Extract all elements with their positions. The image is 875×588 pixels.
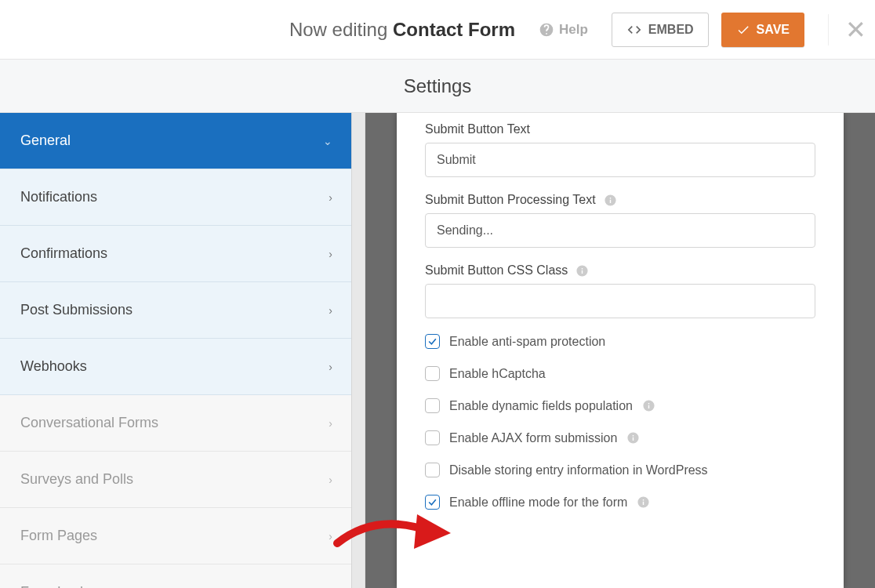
chevron-right-icon: ›: [329, 361, 332, 373]
chevron-right-icon: ›: [329, 304, 332, 317]
sidebar-item-label: Confirmations: [20, 245, 107, 262]
info-icon: [575, 264, 589, 278]
close-button[interactable]: ✕: [828, 14, 859, 45]
close-icon: ✕: [845, 15, 866, 45]
checkbox[interactable]: [425, 334, 440, 349]
editing-prefix: Now editing: [289, 19, 393, 40]
help-label: Help: [559, 22, 588, 38]
chevron-down-icon: ⌄: [323, 135, 332, 147]
page-title: Settings: [0, 60, 875, 113]
checkbox[interactable]: [425, 430, 440, 445]
info-icon: [626, 431, 640, 445]
checkbox-label: Enable anti-spam protection: [449, 335, 605, 349]
checkmark-icon: [736, 23, 750, 37]
field-submit-css-class: Submit Button CSS Class: [425, 263, 815, 318]
sidebar-item-notifications[interactable]: Notifications ›: [0, 169, 353, 226]
chevron-right-icon: ›: [329, 248, 332, 260]
save-label: SAVE: [757, 23, 790, 37]
checkbox-label: Disable storing entry information in Wor…: [449, 463, 708, 477]
sidebar-item-label: Conversational Forms: [20, 415, 158, 431]
embed-label: EMBED: [648, 23, 694, 37]
checkbox-label: Enable dynamic fields population: [449, 399, 633, 413]
field-submit-processing-text: Submit Button Processing Text: [425, 193, 815, 248]
chevron-right-icon: ›: [329, 474, 332, 486]
field-label: Submit Button CSS Class: [425, 263, 568, 278]
submit-css-input[interactable]: [425, 284, 815, 318]
checkbox-row-dynamic-fields[interactable]: Enable dynamic fields population: [425, 398, 815, 413]
sidebar-item-label: Webhooks: [20, 358, 87, 375]
sidebar-item-post-submissions[interactable]: Post Submissions ›: [0, 282, 353, 339]
sidebar-item-general[interactable]: General ⌄: [0, 113, 353, 169]
chevron-right-icon: ›: [329, 530, 332, 543]
sidebar-item-confirmations[interactable]: Confirmations ›: [0, 226, 353, 282]
checkbox-row-hcaptcha[interactable]: Enable hCaptcha: [425, 366, 815, 381]
sidebar: General ⌄ Notifications › Confirmations …: [0, 113, 365, 588]
sidebar-item-label: Form Locker: [20, 584, 100, 588]
help-link[interactable]: Help: [539, 22, 588, 38]
save-button[interactable]: SAVE: [721, 13, 804, 47]
chevron-right-icon: ›: [329, 191, 332, 204]
content-wrap: Submit Button Text Submit Button Process…: [365, 113, 875, 588]
sidebar-item-form-locker[interactable]: Form Locker ›: [0, 564, 353, 588]
checkbox[interactable]: [425, 463, 440, 477]
checkbox-label: Enable hCaptcha: [449, 367, 546, 381]
embed-button[interactable]: EMBED: [612, 13, 709, 47]
help-icon: [539, 22, 554, 38]
embed-icon: [626, 22, 642, 38]
checkbox-label: Enable offline mode for the form: [449, 495, 627, 510]
checkbox[interactable]: [425, 398, 440, 413]
info-icon: [604, 194, 617, 207]
checkbox-label: Enable AJAX form submission: [449, 431, 617, 445]
submit-processing-input[interactable]: [425, 213, 815, 248]
sidebar-item-label: Form Pages: [20, 528, 97, 544]
checkbox[interactable]: [425, 366, 440, 381]
checkbox-row-ajax[interactable]: Enable AJAX form submission: [425, 430, 815, 445]
checkbox-row-offline-mode[interactable]: Enable offline mode for the form: [425, 495, 815, 510]
sidebar-item-surveys-and-polls[interactable]: Surveys and Polls ›: [0, 452, 353, 508]
sidebar-item-label: General: [20, 132, 71, 149]
checkbox[interactable]: [425, 495, 440, 510]
topbar: Now editing Contact Form Help EMBED SAVE…: [0, 0, 875, 60]
editing-text: Now editing Contact Form: [289, 19, 515, 41]
checkbox-row-antispam[interactable]: Enable anti-spam protection: [425, 334, 815, 349]
content: Submit Button Text Submit Button Process…: [397, 113, 844, 588]
sidebar-item-label: Post Submissions: [20, 302, 133, 318]
chevron-right-icon: ›: [329, 417, 332, 430]
checkbox-row-disable-storing[interactable]: Disable storing entry information in Wor…: [425, 463, 815, 477]
field-label: Submit Button Text: [425, 122, 815, 136]
info-icon: [642, 399, 655, 412]
sidebar-item-webhooks[interactable]: Webhooks ›: [0, 339, 353, 395]
field-submit-button-text: Submit Button Text: [425, 122, 815, 177]
sidebar-item-label: Surveys and Polls: [20, 471, 133, 488]
sidebar-item-label: Notifications: [20, 189, 97, 205]
form-name: Contact Form: [393, 19, 515, 40]
field-label: Submit Button Processing Text: [425, 193, 596, 207]
sidebar-item-conversational-forms[interactable]: Conversational Forms ›: [0, 395, 353, 452]
main: General ⌄ Notifications › Confirmations …: [0, 113, 875, 588]
sidebar-item-form-pages[interactable]: Form Pages ›: [0, 508, 353, 564]
info-icon: [637, 495, 650, 509]
submit-button-text-input[interactable]: [425, 143, 815, 177]
